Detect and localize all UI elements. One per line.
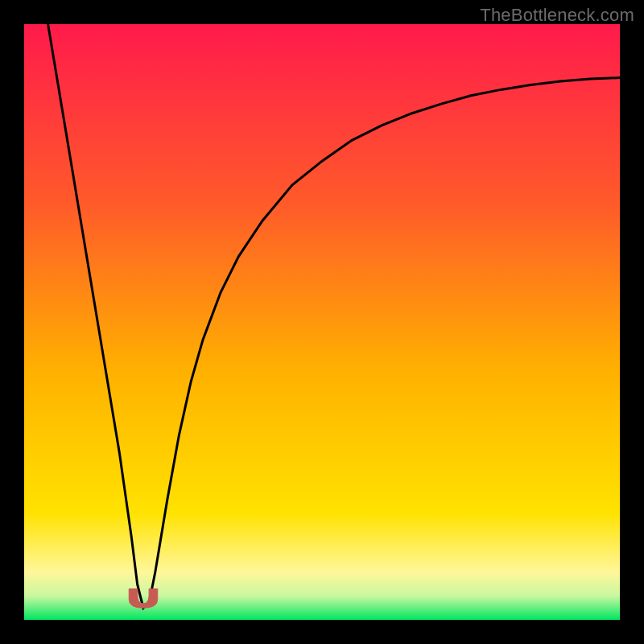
- gradient-background: [24, 24, 620, 620]
- watermark-text: TheBottleneck.com: [480, 5, 634, 26]
- bottleneck-chart: [24, 24, 620, 620]
- chart-frame: TheBottleneck.com: [0, 0, 644, 644]
